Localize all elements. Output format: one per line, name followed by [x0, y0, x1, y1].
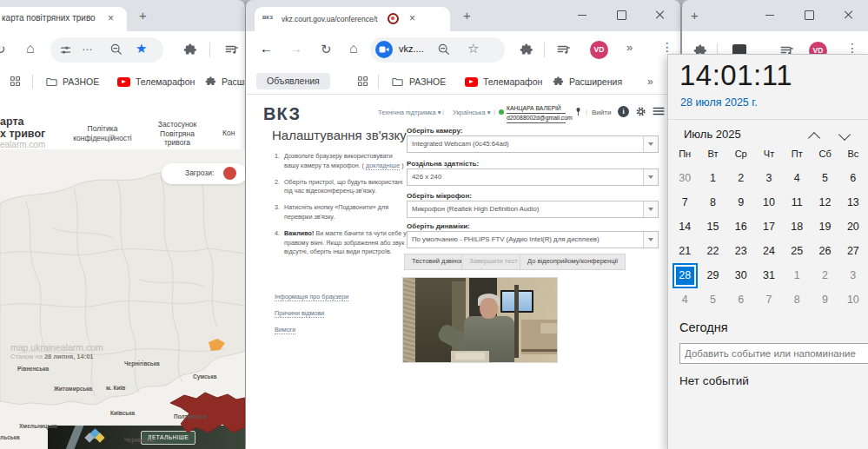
zoom-out-icon[interactable]: [109, 43, 123, 56]
calendar-day[interactable]: 29: [699, 263, 726, 287]
calendar-month-label[interactable]: Июль 2025: [684, 128, 741, 141]
extensions-icon[interactable]: [520, 43, 534, 57]
calendar-day[interactable]: 24: [755, 239, 783, 263]
info-link[interactable]: Причини відмови: [275, 309, 324, 318]
resolution-select[interactable]: 426 x 240: [407, 168, 659, 186]
calendar-day[interactable]: 9: [727, 190, 755, 215]
calendar-day[interactable]: 25: [783, 239, 811, 263]
browser-menu-icon[interactable]: ⋮: [846, 41, 858, 55]
calendar-day[interactable]: 5: [811, 166, 838, 190]
pin-icon[interactable]: [573, 107, 583, 116]
address-text[interactable]: vkz....: [399, 43, 424, 54]
logout-link[interactable]: Вийти: [592, 109, 611, 116]
settings-gear-icon[interactable]: [634, 105, 647, 118]
zoom-out-icon[interactable]: [437, 43, 451, 56]
support-menu[interactable]: Технічна підтримка ▾: [378, 109, 441, 116]
info-link[interactable]: Вимоги: [275, 326, 295, 334]
tune-icon[interactable]: [59, 43, 72, 56]
new-tab-button[interactable]: +: [463, 8, 471, 23]
bookmark-telemarafon[interactable]: Телемарафон: [136, 76, 195, 87]
calendar-day[interactable]: 16: [727, 215, 755, 239]
calendar-day[interactable]: 20: [839, 215, 867, 239]
calendar-day[interactable]: 21: [671, 239, 699, 263]
close-window-icon[interactable]: [844, 10, 854, 20]
new-tab-button[interactable]: +: [139, 8, 147, 23]
calendar-day[interactable]: 7: [755, 287, 783, 312]
extensions-icon[interactable]: [553, 76, 565, 88]
address-bar[interactable]: … ★: [50, 37, 163, 63]
details-link[interactable]: докладніше: [366, 162, 400, 170]
clock-date-link[interactable]: 28 июля 2025 г.: [680, 96, 758, 109]
nav-air-alert-app[interactable]: Застосунок Повітряна тривога: [149, 120, 205, 148]
finish-test-button[interactable]: Завершити тест: [461, 254, 526, 270]
calendar-prev-icon[interactable]: [808, 132, 820, 144]
info-link[interactable]: Інформація про браузери: [275, 293, 348, 301]
bookmark-extensions[interactable]: Расширения: [222, 76, 245, 87]
threat-type-icon[interactable]: [223, 167, 236, 180]
bookmark-telemarafon[interactable]: Телемарафон: [483, 76, 542, 87]
calendar-day[interactable]: 19: [811, 215, 838, 239]
threats-legend-chip[interactable]: Загрози:: [162, 163, 245, 184]
maximize-icon[interactable]: [617, 10, 626, 20]
add-event-input[interactable]: [679, 343, 868, 364]
close-tab-icon[interactable]: ×: [108, 12, 114, 24]
reload-icon[interactable]: ↻: [321, 42, 332, 57]
nav-privacy-policy[interactable]: Політика конфіденційності: [70, 124, 136, 142]
calendar-day[interactable]: 1: [699, 166, 726, 190]
camera-select[interactable]: Integrated Webcam (0c45:64ad): [407, 135, 659, 153]
bookmark-folder-raznoe[interactable]: РАЗНОЕ: [63, 76, 99, 87]
calendar-day[interactable]: 10: [755, 190, 783, 215]
calendar-day[interactable]: 4: [783, 166, 811, 190]
address-bar[interactable]: vkz.... ☆: [370, 37, 505, 63]
calendar-day[interactable]: 22: [699, 239, 726, 263]
back-icon[interactable]: ←: [260, 41, 273, 56]
calendar-day[interactable]: 12: [811, 190, 838, 215]
camera-permission-icon[interactable]: [375, 41, 393, 58]
calendar-next-icon[interactable]: [838, 129, 851, 141]
calendar-day[interactable]: 8: [699, 190, 726, 215]
calendar-day[interactable]: 10: [839, 287, 867, 312]
playlist-music-icon[interactable]: [224, 43, 240, 58]
calendar-day[interactable]: 2: [811, 263, 838, 287]
join-conference-button[interactable]: До відеоприйому/конференції: [520, 254, 626, 270]
banner-details-button[interactable]: ДЕТАЛЬНІШЕ: [141, 431, 195, 445]
calendar-day[interactable]: 3: [755, 166, 783, 190]
youtube-icon[interactable]: [465, 77, 478, 87]
youtube-icon[interactable]: [117, 77, 130, 87]
user-account-link[interactable]: КАНЦАРА ВАЛЕРІЙ d20088002d@gmail.com: [507, 104, 566, 123]
promo-banner[interactable]: ДЕТАЛЬНІШЕ: [48, 426, 245, 449]
bookmarks-overflow-icon[interactable]: »: [647, 76, 653, 88]
calendar-day[interactable]: 31: [755, 263, 783, 287]
language-menu[interactable]: Українська ▾: [453, 109, 490, 116]
calendar-day[interactable]: 18: [783, 215, 811, 239]
close-tab-icon[interactable]: ×: [409, 12, 415, 24]
calendar-day[interactable]: 27: [839, 239, 867, 263]
vkz-site-logo[interactable]: ВКЗ: [263, 104, 301, 124]
extensions-icon[interactable]: [205, 76, 217, 88]
maximize-icon[interactable]: [805, 10, 814, 20]
minimize-icon[interactable]: [578, 15, 586, 16]
bookmark-announcements-chip[interactable]: Объявления: [256, 73, 330, 89]
close-window-icon[interactable]: [655, 10, 666, 20]
calendar-day[interactable]: 14: [671, 215, 699, 239]
calendar-day[interactable]: 1: [783, 263, 811, 287]
calendar-day[interactable]: 6: [727, 287, 755, 312]
calendar-day[interactable]: 4: [671, 287, 699, 312]
calendar-day[interactable]: 9: [811, 287, 838, 312]
calendar-day[interactable]: 30: [727, 263, 755, 287]
alert-region-orange[interactable]: [209, 339, 225, 351]
tab-alert-map[interactable]: карта повітряних триво ×: [0, 7, 127, 31]
reload-icon[interactable]: ↻: [0, 42, 6, 57]
browser-menu-icon[interactable]: ⋮: [661, 40, 673, 54]
calendar-day[interactable]: 17: [755, 215, 783, 239]
folder-icon[interactable]: [391, 76, 404, 89]
calendar-day[interactable]: 13: [839, 190, 867, 215]
extensions-icon[interactable]: [183, 43, 198, 57]
calendar-day[interactable]: 28: [671, 263, 699, 287]
home-icon[interactable]: ⌂: [349, 41, 358, 56]
calendar-day[interactable]: 23: [727, 239, 755, 263]
map-area[interactable]: ДЕТАЛЬНІШЕ: [0, 149, 245, 449]
calendar-day[interactable]: 5: [699, 287, 726, 312]
toolbar-overflow-icon[interactable]: »: [626, 41, 633, 54]
calendar-day[interactable]: 15: [699, 215, 726, 239]
